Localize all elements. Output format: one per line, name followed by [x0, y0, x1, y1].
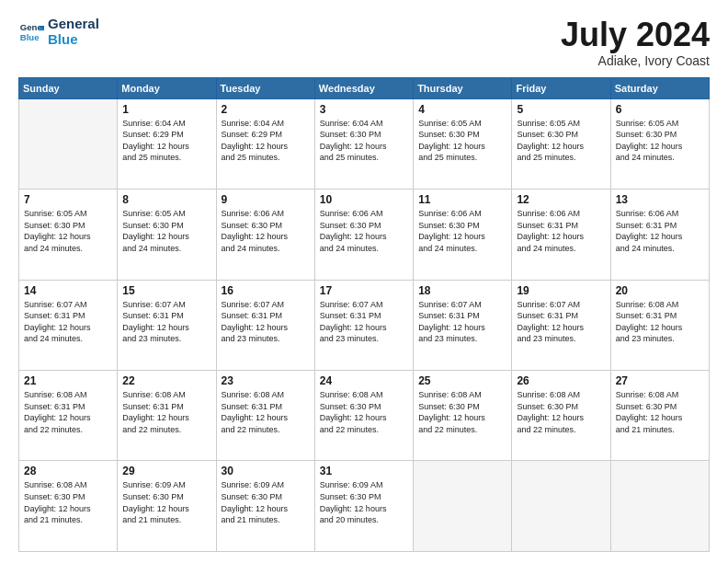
day-number: 31 [320, 465, 408, 477]
calendar-cell [610, 461, 709, 552]
cell-info: Sunrise: 6:06 AM Sunset: 6:30 PM Dayligh… [222, 208, 310, 254]
calendar-cell: 31Sunrise: 6:09 AM Sunset: 6:30 PM Dayli… [314, 461, 413, 552]
calendar-header-tuesday: Tuesday [216, 77, 314, 98]
calendar-cell: 27Sunrise: 6:08 AM Sunset: 6:30 PM Dayli… [610, 371, 709, 461]
cell-info: Sunrise: 6:05 AM Sunset: 6:30 PM Dayligh… [418, 118, 506, 164]
cell-info: Sunrise: 6:07 AM Sunset: 6:31 PM Dayligh… [24, 299, 112, 345]
calendar-cell: 17Sunrise: 6:07 AM Sunset: 6:31 PM Dayli… [314, 280, 413, 370]
calendar-table: SundayMondayTuesdayWednesdayThursdayFrid… [18, 77, 710, 552]
cell-info: Sunrise: 6:06 AM Sunset: 6:30 PM Dayligh… [320, 208, 408, 254]
cell-info: Sunrise: 6:04 AM Sunset: 6:29 PM Dayligh… [122, 118, 210, 164]
calendar-cell [512, 461, 610, 552]
day-number: 17 [320, 284, 408, 297]
svg-text:Blue: Blue [20, 31, 40, 41]
day-number: 24 [320, 374, 408, 387]
calendar-cell: 10Sunrise: 6:06 AM Sunset: 6:30 PM Dayli… [314, 190, 413, 280]
day-number: 13 [616, 193, 704, 206]
calendar-cell: 8Sunrise: 6:05 AM Sunset: 6:30 PM Daylig… [118, 190, 216, 280]
day-number: 20 [616, 284, 704, 297]
day-number: 16 [222, 284, 310, 297]
day-number: 23 [222, 374, 310, 387]
cell-info: Sunrise: 6:09 AM Sunset: 6:30 PM Dayligh… [222, 479, 310, 525]
page: General Blue General Blue July 2024 Adia… [0, 0, 728, 563]
calendar-cell: 11Sunrise: 6:06 AM Sunset: 6:30 PM Dayli… [414, 190, 512, 280]
logo-text: General Blue [48, 17, 99, 47]
header: General Blue General Blue July 2024 Adia… [18, 17, 710, 68]
cell-info: Sunrise: 6:08 AM Sunset: 6:30 PM Dayligh… [320, 389, 408, 435]
calendar-header-wednesday: Wednesday [314, 77, 413, 98]
logo-icon: General Blue [18, 19, 44, 45]
calendar-cell: 12Sunrise: 6:06 AM Sunset: 6:31 PM Dayli… [512, 190, 610, 280]
calendar-cell: 20Sunrise: 6:08 AM Sunset: 6:31 PM Dayli… [610, 280, 709, 370]
day-number: 28 [24, 465, 112, 477]
calendar-cell: 16Sunrise: 6:07 AM Sunset: 6:31 PM Dayli… [216, 280, 314, 370]
day-number: 12 [517, 193, 605, 206]
title-block: July 2024 Adiake, Ivory Coast [561, 17, 710, 68]
location: Adiake, Ivory Coast [561, 53, 710, 68]
calendar-cell: 28Sunrise: 6:08 AM Sunset: 6:30 PM Dayli… [19, 461, 118, 552]
calendar-cell: 14Sunrise: 6:07 AM Sunset: 6:31 PM Dayli… [19, 280, 118, 370]
cell-info: Sunrise: 6:07 AM Sunset: 6:31 PM Dayligh… [320, 299, 408, 345]
day-number: 14 [24, 284, 112, 297]
calendar-cell: 25Sunrise: 6:08 AM Sunset: 6:30 PM Dayli… [414, 371, 512, 461]
calendar-cell: 22Sunrise: 6:08 AM Sunset: 6:31 PM Dayli… [118, 371, 216, 461]
cell-info: Sunrise: 6:07 AM Sunset: 6:31 PM Dayligh… [122, 299, 210, 345]
cell-info: Sunrise: 6:08 AM Sunset: 6:30 PM Dayligh… [616, 389, 704, 435]
day-number: 26 [517, 374, 605, 387]
day-number: 6 [616, 103, 704, 116]
day-number: 9 [222, 193, 310, 206]
cell-info: Sunrise: 6:06 AM Sunset: 6:30 PM Dayligh… [418, 208, 506, 254]
day-number: 27 [616, 374, 704, 387]
week-row-3: 14Sunrise: 6:07 AM Sunset: 6:31 PM Dayli… [19, 280, 710, 370]
calendar-cell: 4Sunrise: 6:05 AM Sunset: 6:30 PM Daylig… [414, 98, 512, 189]
calendar-header-sunday: Sunday [19, 77, 118, 98]
cell-info: Sunrise: 6:08 AM Sunset: 6:30 PM Dayligh… [517, 389, 605, 435]
cell-info: Sunrise: 6:07 AM Sunset: 6:31 PM Dayligh… [222, 299, 310, 345]
calendar-cell: 24Sunrise: 6:08 AM Sunset: 6:30 PM Dayli… [314, 371, 413, 461]
week-row-2: 7Sunrise: 6:05 AM Sunset: 6:30 PM Daylig… [19, 190, 710, 280]
day-number: 5 [517, 103, 605, 116]
calendar-cell: 1Sunrise: 6:04 AM Sunset: 6:29 PM Daylig… [118, 98, 216, 189]
day-number: 1 [122, 103, 210, 116]
calendar-cell: 13Sunrise: 6:06 AM Sunset: 6:31 PM Dayli… [610, 190, 709, 280]
calendar-cell: 23Sunrise: 6:08 AM Sunset: 6:31 PM Dayli… [216, 371, 314, 461]
cell-info: Sunrise: 6:09 AM Sunset: 6:30 PM Dayligh… [320, 479, 408, 525]
day-number: 4 [418, 103, 506, 116]
calendar-cell: 30Sunrise: 6:09 AM Sunset: 6:30 PM Dayli… [216, 461, 314, 552]
calendar-cell [414, 461, 512, 552]
day-number: 29 [122, 465, 210, 477]
logo: General Blue General Blue [18, 17, 99, 47]
cell-info: Sunrise: 6:05 AM Sunset: 6:30 PM Dayligh… [24, 208, 112, 254]
calendar-cell: 3Sunrise: 6:04 AM Sunset: 6:30 PM Daylig… [314, 98, 413, 189]
cell-info: Sunrise: 6:05 AM Sunset: 6:30 PM Dayligh… [122, 208, 210, 254]
week-row-4: 21Sunrise: 6:08 AM Sunset: 6:31 PM Dayli… [19, 371, 710, 461]
day-number: 25 [418, 374, 506, 387]
day-number: 15 [122, 284, 210, 297]
cell-info: Sunrise: 6:04 AM Sunset: 6:29 PM Dayligh… [222, 118, 310, 164]
calendar-cell: 5Sunrise: 6:05 AM Sunset: 6:30 PM Daylig… [512, 98, 610, 189]
month-year: July 2024 [561, 17, 710, 53]
calendar-cell: 2Sunrise: 6:04 AM Sunset: 6:29 PM Daylig… [216, 98, 314, 189]
cell-info: Sunrise: 6:08 AM Sunset: 6:30 PM Dayligh… [418, 389, 506, 435]
cell-info: Sunrise: 6:06 AM Sunset: 6:31 PM Dayligh… [616, 208, 704, 254]
day-number: 7 [24, 193, 112, 206]
calendar-cell: 7Sunrise: 6:05 AM Sunset: 6:30 PM Daylig… [19, 190, 118, 280]
day-number: 22 [122, 374, 210, 387]
week-row-1: 1Sunrise: 6:04 AM Sunset: 6:29 PM Daylig… [19, 98, 710, 189]
day-number: 8 [122, 193, 210, 206]
calendar-header-thursday: Thursday [414, 77, 512, 98]
day-number: 2 [222, 103, 310, 116]
cell-info: Sunrise: 6:08 AM Sunset: 6:30 PM Dayligh… [24, 479, 112, 525]
day-number: 30 [222, 465, 310, 477]
calendar-cell: 19Sunrise: 6:07 AM Sunset: 6:31 PM Dayli… [512, 280, 610, 370]
calendar-header-friday: Friday [512, 77, 610, 98]
calendar-cell: 26Sunrise: 6:08 AM Sunset: 6:30 PM Dayli… [512, 371, 610, 461]
cell-info: Sunrise: 6:08 AM Sunset: 6:31 PM Dayligh… [24, 389, 112, 435]
calendar-header-monday: Monday [118, 77, 216, 98]
day-number: 18 [418, 284, 506, 297]
cell-info: Sunrise: 6:05 AM Sunset: 6:30 PM Dayligh… [616, 118, 704, 164]
calendar-header-saturday: Saturday [610, 77, 709, 98]
day-number: 3 [320, 103, 408, 116]
cell-info: Sunrise: 6:07 AM Sunset: 6:31 PM Dayligh… [517, 299, 605, 345]
calendar-cell: 21Sunrise: 6:08 AM Sunset: 6:31 PM Dayli… [19, 371, 118, 461]
